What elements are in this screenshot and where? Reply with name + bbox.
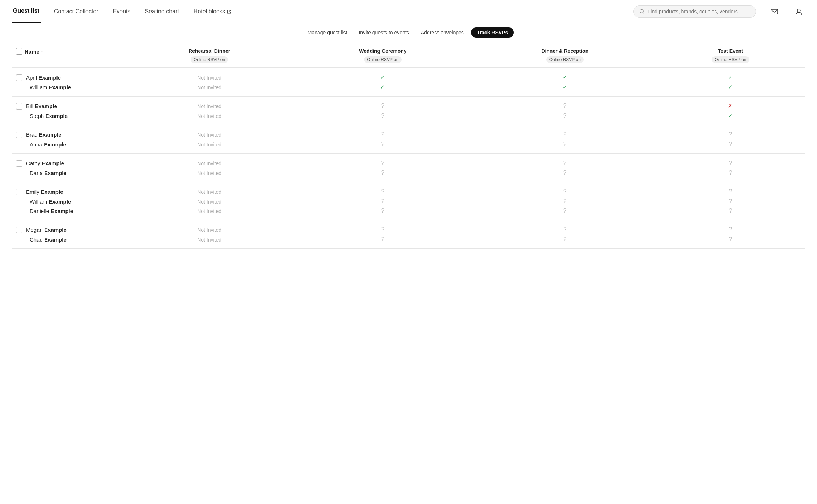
unknown-icon: ?: [563, 131, 567, 137]
event-status-cell-2[interactable]: ?: [474, 154, 656, 168]
event-status-cell-0[interactable]: Not Invited: [127, 235, 291, 249]
guest-name-text[interactable]: Brad Example: [26, 132, 62, 138]
event-status-cell-1[interactable]: ?: [291, 197, 474, 206]
event-status-cell-0[interactable]: Not Invited: [127, 220, 291, 235]
event-status-cell-1[interactable]: ?: [291, 168, 474, 182]
sub-nav-address-envelopes[interactable]: Address envelopes: [416, 27, 468, 38]
event-status-cell-1[interactable]: ✓: [291, 68, 474, 82]
guest-name-text[interactable]: Danielle Example: [30, 208, 73, 214]
event-status-cell-2[interactable]: ?: [474, 97, 656, 111]
event-status-cell-3[interactable]: ?: [656, 220, 805, 235]
event-status-cell-1[interactable]: ?: [291, 97, 474, 111]
event-status-cell-0[interactable]: Not Invited: [127, 206, 291, 220]
test-event-label: Test Event: [660, 48, 801, 54]
select-all-checkbox[interactable]: [16, 48, 22, 55]
event-status-cell-2[interactable]: ?: [474, 111, 656, 125]
guest-name-text[interactable]: Cathy Example: [26, 160, 64, 166]
guest-name-text[interactable]: Bill Example: [26, 103, 57, 109]
event-status-cell-1[interactable]: ?: [291, 235, 474, 249]
search-input[interactable]: [648, 9, 750, 14]
unknown-icon: ?: [729, 198, 732, 204]
guest-name-text[interactable]: Darla Example: [30, 170, 67, 176]
event-status-cell-2[interactable]: ?: [474, 140, 656, 154]
event-status-cell-1[interactable]: ?: [291, 111, 474, 125]
event-status-cell-2[interactable]: ?: [474, 125, 656, 140]
guest-name-text[interactable]: Chad Example: [30, 236, 67, 243]
guest-name-text[interactable]: April Example: [26, 74, 61, 81]
guest-name-text[interactable]: Megan Example: [26, 227, 67, 233]
event-status-cell-1[interactable]: ?: [291, 220, 474, 235]
table-row: Megan ExampleNot Invited???: [12, 220, 805, 235]
dinner-reception-rsvp-badge: Online RSVP on: [546, 56, 584, 63]
event-status-cell-0[interactable]: Not Invited: [127, 68, 291, 82]
event-status-cell-1[interactable]: ✓: [291, 82, 474, 97]
row-checkbox[interactable]: [16, 227, 22, 233]
event-status-cell-3[interactable]: ✓: [656, 111, 805, 125]
unknown-icon: ?: [563, 208, 567, 214]
event-status-cell-3[interactable]: ?: [656, 235, 805, 249]
event-status-cell-3[interactable]: ?: [656, 140, 805, 154]
event-status-cell-0[interactable]: Not Invited: [127, 97, 291, 111]
sub-nav-manage-guest-list[interactable]: Manage guest list: [303, 27, 352, 38]
event-status-cell-3[interactable]: ?: [656, 125, 805, 140]
guest-name-text[interactable]: William Example: [30, 84, 71, 90]
event-status-cell-0[interactable]: Not Invited: [127, 111, 291, 125]
event-status-cell-2[interactable]: ?: [474, 206, 656, 220]
guest-name-text[interactable]: William Example: [30, 198, 71, 205]
sub-nav-invite-guests[interactable]: Invite guests to events: [354, 27, 413, 38]
guest-name-cell: Brad Example: [12, 125, 127, 140]
messages-icon-button[interactable]: [768, 5, 781, 18]
nav-contact-collector[interactable]: Contact Collector: [52, 0, 100, 23]
name-sort-label[interactable]: Name ↑: [25, 48, 43, 55]
global-search[interactable]: [633, 5, 756, 18]
event-status-cell-1[interactable]: ?: [291, 182, 474, 197]
event-status-cell-3[interactable]: ?: [656, 206, 805, 220]
event-status-cell-2[interactable]: ✓: [474, 68, 656, 82]
event-status-cell-0[interactable]: Not Invited: [127, 140, 291, 154]
event-status-cell-0[interactable]: Not Invited: [127, 182, 291, 197]
event-status-cell-1[interactable]: ?: [291, 140, 474, 154]
event-status-cell-0[interactable]: Not Invited: [127, 82, 291, 97]
event-status-cell-2[interactable]: ?: [474, 182, 656, 197]
event-status-cell-2[interactable]: ?: [474, 235, 656, 249]
nav-guest-list[interactable]: Guest list: [12, 0, 41, 23]
check-icon: ✓: [728, 84, 733, 90]
event-status-cell-0[interactable]: Not Invited: [127, 168, 291, 182]
event-status-cell-2[interactable]: ?: [474, 220, 656, 235]
nav-hotel-blocks[interactable]: Hotel blocks: [192, 0, 233, 23]
check-icon: ✓: [728, 112, 733, 119]
event-status-cell-0[interactable]: Not Invited: [127, 125, 291, 140]
guest-name-text[interactable]: Emily Example: [26, 189, 63, 195]
event-status-cell-0[interactable]: Not Invited: [127, 154, 291, 168]
guest-name-cell: Darla Example: [12, 168, 127, 182]
event-status-cell-2[interactable]: ?: [474, 168, 656, 182]
test-event-column-header: Test Event Online RSVP on: [656, 42, 805, 68]
row-checkbox[interactable]: [16, 132, 22, 138]
unknown-icon: ?: [729, 131, 732, 137]
row-checkbox[interactable]: [16, 189, 22, 195]
event-status-cell-3[interactable]: ?: [656, 154, 805, 168]
event-status-cell-3[interactable]: ✓: [656, 68, 805, 82]
event-status-cell-2[interactable]: ✓: [474, 82, 656, 97]
event-status-cell-3[interactable]: ✓: [656, 82, 805, 97]
row-checkbox[interactable]: [16, 74, 22, 81]
event-status-cell-0[interactable]: Not Invited: [127, 197, 291, 206]
event-status-cell-1[interactable]: ?: [291, 206, 474, 220]
table-header-row: Name ↑ Rehearsal Dinner Online RSVP on W…: [12, 42, 805, 68]
nav-events[interactable]: Events: [111, 0, 132, 23]
sub-nav-track-rsvps[interactable]: Track RSVPs: [471, 27, 514, 38]
event-status-cell-3[interactable]: ?: [656, 197, 805, 206]
guest-name-text[interactable]: Anna Example: [30, 141, 66, 148]
row-checkbox[interactable]: [16, 103, 22, 110]
event-status-cell-3[interactable]: ✗: [656, 97, 805, 111]
event-status-cell-3[interactable]: ?: [656, 182, 805, 197]
profile-icon-button[interactable]: [792, 5, 805, 18]
event-status-cell-2[interactable]: ?: [474, 197, 656, 206]
event-status-cell-1[interactable]: ?: [291, 125, 474, 140]
event-status-cell-3[interactable]: ?: [656, 168, 805, 182]
nav-seating-chart[interactable]: Seating chart: [144, 0, 181, 23]
row-checkbox[interactable]: [16, 160, 22, 167]
guest-name-text[interactable]: Steph Example: [30, 113, 68, 119]
not-invited-label: Not Invited: [197, 161, 221, 166]
event-status-cell-1[interactable]: ?: [291, 154, 474, 168]
